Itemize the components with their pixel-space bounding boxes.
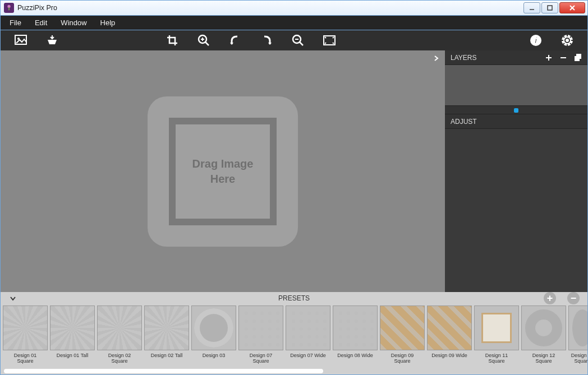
app-icon (4, 3, 14, 13)
adjust-panel-body (445, 129, 587, 292)
window-title: PuzziPix Pro (17, 4, 523, 12)
crop-button[interactable] (164, 33, 180, 48)
close-button[interactable] (559, 2, 585, 13)
presets-row[interactable]: Design 01 SquareDesign 01 TallDesign 02 … (1, 304, 587, 368)
preset-thumbnail (97, 305, 142, 350)
menu-window[interactable]: Window (54, 17, 93, 29)
preset-item[interactable]: Design 08 Wide (333, 305, 378, 368)
preset-item[interactable]: Design 07 Square (238, 305, 283, 368)
preset-thumbnail (333, 305, 378, 350)
preset-thumbnail (238, 305, 283, 350)
menu-file[interactable]: File (3, 17, 28, 29)
preset-thumbnail (144, 305, 189, 350)
toolbar: i (0, 30, 588, 50)
preset-item[interactable]: Design 12 Square (521, 305, 566, 368)
preset-label: Design 07 Square (250, 353, 273, 364)
preset-label: Design 02 Tall (151, 353, 182, 358)
menu-edit[interactable]: Edit (28, 17, 54, 29)
menubar: File Edit Window Help (0, 16, 588, 30)
save-button[interactable] (44, 33, 60, 48)
collapse-panels-button[interactable] (430, 53, 442, 64)
preset-label: Design 03 (203, 353, 226, 358)
adjust-title: ADJUST (451, 118, 477, 126)
svg-line-27 (563, 43, 564, 44)
layers-panel-header: LAYERS (445, 50, 587, 65)
preset-thumbnail (380, 305, 425, 350)
layers-list[interactable] (445, 65, 587, 105)
svg-rect-3 (548, 6, 552, 10)
info-button[interactable]: i (528, 33, 544, 48)
zoom-in-button[interactable] (196, 33, 212, 48)
open-image-button[interactable] (13, 33, 29, 48)
preset-item[interactable]: Design 11 Square (474, 305, 519, 368)
layer-remove-button[interactable] (560, 54, 567, 61)
maximize-button[interactable] (541, 2, 558, 13)
preset-item[interactable]: Design 02 Square (97, 305, 142, 368)
preset-thumbnail (474, 305, 519, 350)
presets-title: PRESETS (278, 294, 310, 302)
preset-thumbnail (191, 305, 236, 350)
drop-hint: Drag ImageHere (169, 118, 277, 225)
svg-line-25 (570, 43, 571, 44)
presets-collapse-button[interactable] (8, 294, 17, 303)
preset-label: Design 08 Wide (337, 353, 373, 358)
preset-label: Design 01 Tall (57, 353, 88, 358)
preset-thumbnail (286, 305, 330, 350)
layer-add-button[interactable] (545, 54, 552, 61)
adjust-panel-header: ADJUST (445, 114, 587, 129)
layer-duplicate-button[interactable] (575, 54, 582, 61)
window-titlebar: PuzziPix Pro (0, 0, 588, 16)
preset-thumbnail (427, 305, 472, 350)
layer-opacity-slider[interactable] (445, 105, 587, 114)
preset-thumbnail (568, 305, 587, 350)
preset-thumbnail (521, 305, 566, 350)
layers-title: LAYERS (451, 54, 476, 62)
preset-label: Design 07 Wide (290, 353, 326, 358)
svg-line-9 (205, 42, 209, 45)
presets-zoom-out-button[interactable]: − (567, 292, 580, 304)
svg-line-13 (300, 42, 303, 45)
preset-thumbnail (50, 305, 95, 350)
presets-zoom-in-button[interactable]: + (544, 292, 556, 304)
preset-thumbnail (3, 305, 48, 350)
preset-label: Design 09 Wide (431, 353, 467, 358)
preset-item[interactable]: Design 02 Tall (144, 305, 189, 368)
preset-item[interactable]: Design 01 Square (3, 305, 48, 368)
svg-line-24 (563, 36, 564, 38)
preset-label: Design 09 Square (391, 353, 414, 364)
preset-item[interactable]: Design 09 Wide (427, 305, 472, 368)
preset-item[interactable]: Design 09 Square (380, 305, 425, 368)
svg-rect-32 (575, 56, 580, 61)
drop-target[interactable]: Drag ImageHere (148, 96, 298, 247)
canvas-area[interactable]: Drag ImageHere (1, 50, 445, 292)
preset-item[interactable]: Design 07 Wide (286, 305, 330, 368)
preset-label: Design 11 Square (485, 353, 508, 364)
undo-button[interactable] (227, 33, 243, 48)
minimize-button[interactable] (523, 2, 540, 13)
svg-line-26 (570, 36, 571, 38)
menu-help[interactable]: Help (94, 17, 122, 29)
side-panels: LAYERS ADJUST (445, 50, 587, 292)
preset-item[interactable]: Design 01 Tall (50, 305, 95, 368)
preset-label: Design 01 Square (14, 353, 37, 364)
presets-scrollbar[interactable] (1, 368, 587, 374)
preset-item[interactable]: Design 03 (191, 305, 236, 368)
redo-button[interactable] (259, 33, 274, 48)
fit-screen-button[interactable] (321, 33, 337, 48)
preset-label: Design 13 Square (571, 353, 587, 364)
presets-panel: PRESETS + − Design 01 SquareDesign 01 Ta… (0, 292, 588, 375)
preset-item[interactable]: Design 13 Square (568, 305, 587, 368)
preset-label: Design 12 Square (532, 353, 555, 364)
svg-rect-1 (8, 7, 10, 10)
preset-label: Design 02 Square (108, 353, 131, 364)
zoom-out-button[interactable] (290, 33, 306, 48)
settings-button[interactable] (559, 33, 575, 48)
